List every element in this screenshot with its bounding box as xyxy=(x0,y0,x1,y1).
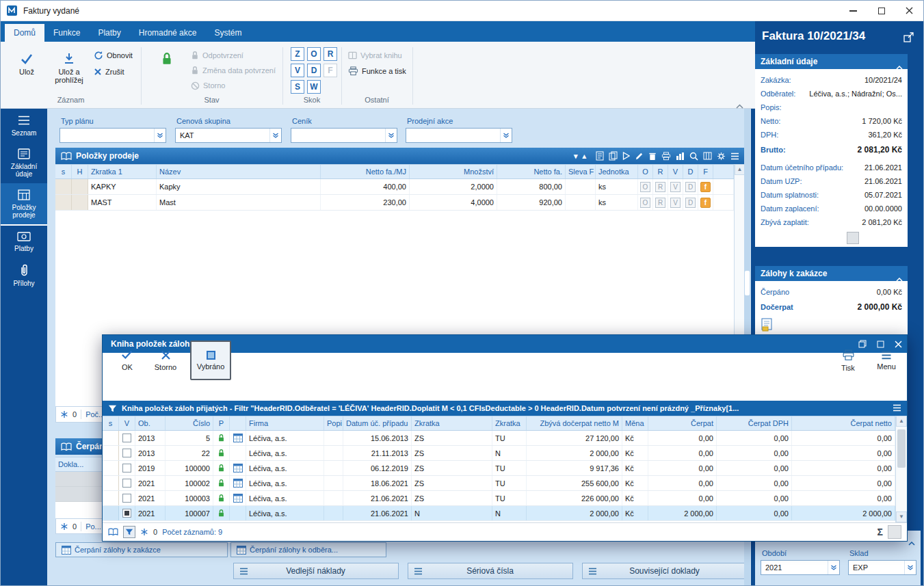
minimize-button[interactable] xyxy=(840,1,866,21)
tab-cerpani-odberatel[interactable]: Čerpání zálohy k odběra... xyxy=(230,542,386,557)
table-row[interactable]: 2013 5 Léčiva, a.s. 15.06.2013 ZS TU 27 … xyxy=(103,431,895,446)
column-header[interactable]: Čerpat DPH xyxy=(717,416,792,430)
column-header[interactable]: P xyxy=(213,416,230,430)
row-checkbox[interactable] xyxy=(122,479,131,488)
row-checkbox[interactable] xyxy=(122,509,131,518)
flag-o[interactable]: O xyxy=(640,182,650,192)
tab-domu[interactable]: Domů xyxy=(5,24,44,42)
column-header[interactable] xyxy=(230,416,246,430)
gear-icon[interactable] xyxy=(717,150,726,161)
jump-button-f[interactable]: F xyxy=(324,64,337,77)
storno-button[interactable]: Storno xyxy=(146,341,185,380)
filter-toggle[interactable] xyxy=(123,526,135,538)
column-header[interactable]: Sleva F xyxy=(566,165,596,178)
row-checkbox[interactable] xyxy=(122,494,131,503)
cancel-button[interactable]: Zrušit xyxy=(94,65,124,79)
modal-table-scrollbar[interactable]: ▲ ▼ xyxy=(895,416,907,522)
menu-button[interactable]: Menu xyxy=(867,341,906,380)
cenova-skupina-combo[interactable]: KAT xyxy=(175,128,282,143)
jump-button-s[interactable]: S xyxy=(291,80,304,94)
column-header[interactable]: Zkratka xyxy=(492,416,527,430)
advance-document-icon[interactable] xyxy=(761,318,774,334)
column-header[interactable]: Firma xyxy=(246,416,324,430)
column-header[interactable]: Popi xyxy=(324,416,343,430)
table-row[interactable]: 2019 100000 Léčiva, a.s. 06.12.2019 ZS T… xyxy=(103,461,895,476)
column-header[interactable]: R xyxy=(653,165,668,178)
scroll-up-icon[interactable]: ▲ xyxy=(896,416,907,427)
open-window-icon[interactable] xyxy=(903,32,914,45)
scroll-up-icon[interactable]: ▲ xyxy=(735,164,745,175)
jump-button-r[interactable]: R xyxy=(324,47,337,61)
menu-icon[interactable] xyxy=(893,404,901,413)
column-header[interactable]: V xyxy=(119,416,135,430)
column-header[interactable]: Množství xyxy=(410,165,497,178)
column-header[interactable]: Zkratka 1 xyxy=(88,165,157,178)
table-row[interactable]: 2021 100002 Léčiva, a.s. 18.06.2021 ZS T… xyxy=(103,476,895,491)
maximize-button[interactable] xyxy=(869,1,895,21)
close-button[interactable] xyxy=(896,1,922,21)
jump-button-d[interactable]: D xyxy=(307,64,321,77)
new-document-icon[interactable] xyxy=(596,150,604,161)
section-header-zalohy[interactable]: Zálohy k zakázce xyxy=(755,266,908,281)
play-icon[interactable] xyxy=(622,150,630,161)
column-header[interactable]: Měna xyxy=(622,416,648,430)
unconfirm-button[interactable]: Odpotvrzení xyxy=(191,49,243,62)
column-header[interactable]: s xyxy=(55,165,72,178)
column-header[interactable]: Ob. xyxy=(135,416,166,430)
select-book-button[interactable]: Vybrat knihu xyxy=(348,49,402,62)
refresh-button[interactable]: Obnovit xyxy=(94,49,133,62)
copy-icon[interactable] xyxy=(609,150,618,161)
souvisejici-doklady-button[interactable]: Související doklady xyxy=(582,563,748,579)
sidebar-item-zakladni-udaje[interactable]: Základní údaje xyxy=(1,142,47,183)
column-header[interactable]: O xyxy=(638,165,653,178)
column-header[interactable]: H xyxy=(72,165,88,178)
trash-icon[interactable] xyxy=(648,150,657,161)
flag-o[interactable]: O xyxy=(640,198,650,208)
flag-v[interactable]: V xyxy=(670,182,681,192)
sidebar-item-prilohy[interactable]: Přílohy xyxy=(1,258,47,293)
tab-system[interactable]: Systém xyxy=(205,24,250,42)
sum-icon[interactable]: Σ xyxy=(877,527,883,537)
row-checkbox[interactable] xyxy=(122,464,131,472)
column-header[interactable]: Číslo xyxy=(166,416,213,430)
column-header[interactable]: Čerpat xyxy=(648,416,717,430)
flag-r[interactable]: R xyxy=(655,198,665,208)
typ-planu-combo[interactable] xyxy=(60,128,166,143)
print-button[interactable]: Tisk xyxy=(829,341,867,380)
table-row-selected[interactable]: 2021 100007 Léčiva, a.s. 21.06.2021 N N … xyxy=(103,506,895,521)
scrollbar-thumb[interactable] xyxy=(745,271,750,295)
flag-f[interactable]: f xyxy=(700,198,711,208)
prodejni-akce-combo[interactable] xyxy=(406,128,512,143)
sidebar-item-platby[interactable]: Platby xyxy=(1,226,47,258)
printer-icon[interactable] xyxy=(661,150,671,161)
save-button[interactable]: Ulož xyxy=(6,46,47,92)
vedlejsi-naklady-button[interactable]: Vedlejší náklady xyxy=(233,563,399,579)
search-icon[interactable] xyxy=(689,150,698,161)
book-icon[interactable] xyxy=(108,528,118,536)
tab-hromadne-akce[interactable]: Hromadné akce xyxy=(130,24,206,42)
sidebar-item-polozky-prodeje[interactable]: Položky prodeje xyxy=(1,183,47,226)
jump-button-o[interactable]: O xyxy=(307,47,321,61)
cenik-combo[interactable] xyxy=(291,128,397,143)
scroll-down-icon[interactable]: ▼ xyxy=(896,511,907,522)
column-header[interactable]: Netto fa. xyxy=(497,165,566,178)
section-header-zakladni-udaje[interactable]: Základní údaje xyxy=(755,54,908,69)
flag-v[interactable]: V xyxy=(670,198,681,208)
column-header[interactable]: V xyxy=(668,165,683,178)
column-header[interactable]: Netto fa./MJ xyxy=(321,165,410,178)
menu-icon[interactable] xyxy=(730,150,739,161)
confirm-button[interactable] xyxy=(146,46,187,92)
vybrano-toggle-button[interactable]: Vybráno xyxy=(190,341,231,380)
flag-d[interactable]: D xyxy=(685,182,696,192)
column-header[interactable]: Zkratka xyxy=(412,416,492,430)
column-header[interactable]: D xyxy=(683,165,698,178)
ok-button[interactable]: OK xyxy=(108,341,146,380)
caret-up-icon[interactable]: ▴ xyxy=(582,150,586,161)
column-header[interactable]: Jednotka xyxy=(596,165,638,178)
columns-icon[interactable] xyxy=(703,150,712,161)
column-header[interactable]: Zbývá dočerpat netto M xyxy=(527,416,622,430)
obdobi-combo[interactable]: 2021 xyxy=(761,560,840,575)
save-and-view-button[interactable]: Ulož a prohlížej xyxy=(47,46,91,92)
storno-button[interactable]: Storno xyxy=(191,79,225,92)
functions-print-button[interactable]: Funkce a tisk xyxy=(348,64,406,78)
